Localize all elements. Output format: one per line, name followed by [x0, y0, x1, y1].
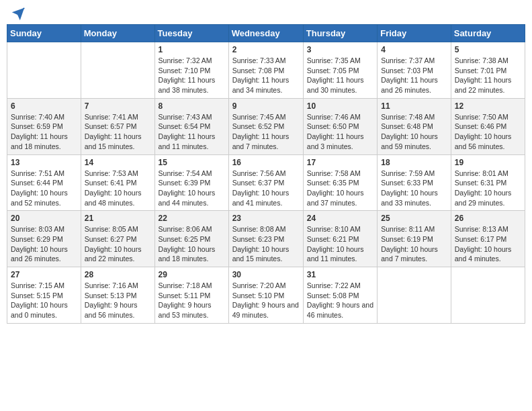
- day-cell: 16Sunrise: 7:56 AM Sunset: 6:37 PM Dayli…: [228, 154, 303, 211]
- day-info: Sunrise: 8:08 AM Sunset: 6:23 PM Dayligh…: [232, 224, 300, 264]
- day-number: 24: [307, 214, 373, 223]
- day-cell: 12Sunrise: 7:50 AM Sunset: 6:46 PM Dayli…: [451, 98, 525, 154]
- day-number: 1: [159, 45, 225, 54]
- day-info: Sunrise: 7:18 AM Sunset: 5:11 PM Dayligh…: [159, 281, 225, 320]
- week-row-2: 6Sunrise: 7:40 AM Sunset: 6:59 PM Daylig…: [7, 98, 525, 154]
- day-cell: 3Sunrise: 7:35 AM Sunset: 7:05 PM Daylig…: [303, 42, 377, 99]
- day-info: Sunrise: 7:53 AM Sunset: 6:41 PM Dayligh…: [85, 169, 151, 208]
- week-row-3: 13Sunrise: 7:51 AM Sunset: 6:44 PM Dayli…: [7, 154, 525, 211]
- day-info: Sunrise: 7:16 AM Sunset: 5:13 PM Dayligh…: [85, 281, 151, 320]
- day-cell: 5Sunrise: 7:38 AM Sunset: 7:01 PM Daylig…: [451, 42, 525, 99]
- day-cell: 21Sunrise: 8:05 AM Sunset: 6:27 PM Dayli…: [81, 211, 154, 267]
- day-info: Sunrise: 8:10 AM Sunset: 6:21 PM Dayligh…: [307, 224, 373, 264]
- day-number: 13: [11, 158, 77, 167]
- day-cell: 1Sunrise: 7:32 AM Sunset: 7:10 PM Daylig…: [154, 42, 228, 99]
- day-number: 21: [85, 214, 151, 223]
- day-number: 7: [85, 101, 151, 111]
- weekday-header-friday: Friday: [378, 25, 451, 42]
- day-number: 22: [159, 214, 225, 223]
- day-info: Sunrise: 7:45 AM Sunset: 6:52 PM Dayligh…: [232, 112, 300, 152]
- weekday-header-sunday: Sunday: [7, 25, 81, 42]
- day-cell: 10Sunrise: 7:46 AM Sunset: 6:50 PM Dayli…: [303, 98, 377, 154]
- day-info: Sunrise: 8:06 AM Sunset: 6:25 PM Dayligh…: [159, 224, 225, 264]
- day-cell: 26Sunrise: 8:13 AM Sunset: 6:17 PM Dayli…: [451, 211, 525, 267]
- day-info: Sunrise: 7:58 AM Sunset: 6:35 PM Dayligh…: [307, 169, 373, 208]
- weekday-header-wednesday: Wednesday: [228, 25, 303, 42]
- day-info: Sunrise: 7:15 AM Sunset: 5:15 PM Dayligh…: [11, 281, 77, 320]
- logo: [9, 7, 26, 19]
- day-cell: [81, 42, 154, 99]
- day-number: 25: [381, 214, 447, 223]
- day-number: 12: [455, 101, 521, 111]
- day-info: Sunrise: 7:32 AM Sunset: 7:10 PM Dayligh…: [159, 56, 225, 95]
- day-cell: [378, 267, 451, 324]
- day-cell: [451, 267, 525, 324]
- day-cell: 31Sunrise: 7:22 AM Sunset: 5:08 PM Dayli…: [303, 267, 377, 324]
- day-number: 17: [307, 158, 373, 167]
- day-info: Sunrise: 8:05 AM Sunset: 6:27 PM Dayligh…: [85, 224, 151, 264]
- day-cell: 30Sunrise: 7:20 AM Sunset: 5:10 PM Dayli…: [228, 267, 303, 324]
- day-cell: 18Sunrise: 7:59 AM Sunset: 6:33 PM Dayli…: [378, 154, 451, 211]
- page-header: [7, 7, 525, 19]
- week-row-5: 27Sunrise: 7:15 AM Sunset: 5:15 PM Dayli…: [7, 267, 525, 324]
- day-cell: 8Sunrise: 7:43 AM Sunset: 6:54 PM Daylig…: [154, 98, 228, 154]
- day-info: Sunrise: 7:50 AM Sunset: 6:46 PM Dayligh…: [455, 112, 521, 152]
- day-info: Sunrise: 8:11 AM Sunset: 6:19 PM Dayligh…: [381, 224, 447, 264]
- day-cell: 13Sunrise: 7:51 AM Sunset: 6:44 PM Dayli…: [7, 154, 81, 211]
- day-cell: 11Sunrise: 7:48 AM Sunset: 6:48 PM Dayli…: [378, 98, 451, 154]
- calendar-table: SundayMondayTuesdayWednesdayThursdayFrid…: [7, 24, 525, 324]
- day-cell: 24Sunrise: 8:10 AM Sunset: 6:21 PM Dayli…: [303, 211, 377, 267]
- week-row-1: 1Sunrise: 7:32 AM Sunset: 7:10 PM Daylig…: [7, 42, 525, 99]
- day-info: Sunrise: 7:56 AM Sunset: 6:37 PM Dayligh…: [232, 169, 300, 208]
- day-number: 23: [232, 214, 300, 223]
- day-info: Sunrise: 7:46 AM Sunset: 6:50 PM Dayligh…: [307, 112, 373, 152]
- day-number: 8: [159, 101, 225, 111]
- weekday-header-thursday: Thursday: [303, 25, 377, 42]
- weekday-header-row: SundayMondayTuesdayWednesdayThursdayFrid…: [7, 25, 525, 42]
- day-info: Sunrise: 8:01 AM Sunset: 6:31 PM Dayligh…: [455, 169, 521, 208]
- day-cell: 7Sunrise: 7:41 AM Sunset: 6:57 PM Daylig…: [81, 98, 154, 154]
- day-cell: 2Sunrise: 7:33 AM Sunset: 7:08 PM Daylig…: [228, 42, 303, 99]
- day-info: Sunrise: 7:38 AM Sunset: 7:01 PM Dayligh…: [455, 56, 521, 95]
- day-cell: 19Sunrise: 8:01 AM Sunset: 6:31 PM Dayli…: [451, 154, 525, 211]
- logo-bird-icon: [11, 7, 26, 21]
- day-number: 4: [381, 45, 447, 54]
- day-info: Sunrise: 7:22 AM Sunset: 5:08 PM Dayligh…: [307, 281, 373, 320]
- day-number: 9: [232, 101, 300, 111]
- day-cell: [7, 42, 81, 99]
- day-number: 19: [455, 158, 521, 167]
- day-number: 15: [159, 158, 225, 167]
- day-cell: 22Sunrise: 8:06 AM Sunset: 6:25 PM Dayli…: [154, 211, 228, 267]
- day-cell: 20Sunrise: 8:03 AM Sunset: 6:29 PM Dayli…: [7, 211, 81, 267]
- day-info: Sunrise: 7:48 AM Sunset: 6:48 PM Dayligh…: [381, 112, 447, 152]
- day-number: 20: [11, 214, 77, 223]
- day-cell: 17Sunrise: 7:58 AM Sunset: 6:35 PM Dayli…: [303, 154, 377, 211]
- day-number: 10: [307, 101, 373, 111]
- day-info: Sunrise: 8:03 AM Sunset: 6:29 PM Dayligh…: [11, 224, 77, 264]
- day-number: 2: [232, 45, 300, 54]
- day-info: Sunrise: 7:43 AM Sunset: 6:54 PM Dayligh…: [159, 112, 225, 152]
- day-number: 27: [11, 270, 77, 279]
- weekday-header-tuesday: Tuesday: [154, 25, 228, 42]
- weekday-header-saturday: Saturday: [451, 25, 525, 42]
- day-cell: 23Sunrise: 8:08 AM Sunset: 6:23 PM Dayli…: [228, 211, 303, 267]
- day-info: Sunrise: 7:40 AM Sunset: 6:59 PM Dayligh…: [11, 112, 77, 152]
- day-cell: 4Sunrise: 7:37 AM Sunset: 7:03 PM Daylig…: [378, 42, 451, 99]
- day-info: Sunrise: 8:13 AM Sunset: 6:17 PM Dayligh…: [455, 224, 521, 264]
- day-number: 5: [455, 45, 521, 54]
- day-info: Sunrise: 7:35 AM Sunset: 7:05 PM Dayligh…: [307, 56, 373, 95]
- day-cell: 25Sunrise: 8:11 AM Sunset: 6:19 PM Dayli…: [378, 211, 451, 267]
- day-info: Sunrise: 7:37 AM Sunset: 7:03 PM Dayligh…: [381, 56, 447, 95]
- day-cell: 29Sunrise: 7:18 AM Sunset: 5:11 PM Dayli…: [154, 267, 228, 324]
- day-number: 31: [307, 270, 373, 279]
- day-number: 29: [159, 270, 225, 279]
- day-info: Sunrise: 7:54 AM Sunset: 6:39 PM Dayligh…: [159, 169, 225, 208]
- day-cell: 6Sunrise: 7:40 AM Sunset: 6:59 PM Daylig…: [7, 98, 81, 154]
- day-cell: 15Sunrise: 7:54 AM Sunset: 6:39 PM Dayli…: [154, 154, 228, 211]
- day-cell: 27Sunrise: 7:15 AM Sunset: 5:15 PM Dayli…: [7, 267, 81, 324]
- day-cell: 9Sunrise: 7:45 AM Sunset: 6:52 PM Daylig…: [228, 98, 303, 154]
- day-number: 11: [381, 101, 447, 111]
- day-number: 18: [381, 158, 447, 167]
- day-info: Sunrise: 7:51 AM Sunset: 6:44 PM Dayligh…: [11, 169, 77, 208]
- day-cell: 28Sunrise: 7:16 AM Sunset: 5:13 PM Dayli…: [81, 267, 154, 324]
